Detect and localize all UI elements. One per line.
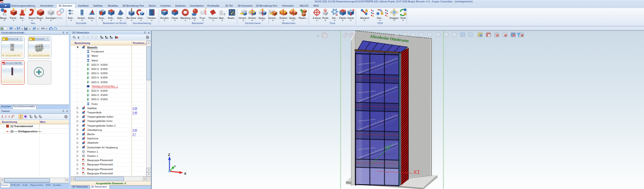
svg-text:Fläche: Fläche [339,16,346,19]
svg-text:ESG 6 : 6/16/6: ESG 6 : 6/16/6 [91,89,107,92]
svg-text:«: « [316,32,319,38]
svg-text:A.kreuz: A.kreuz [313,16,321,19]
svg-text:Stahlbau: Stahlbau [87,107,97,110]
svg-text:Tools: Tools [400,16,406,19]
svg-text:2.7: 2.7 [132,133,136,136]
svg-text:Abhä...: Abhä... [57,16,64,19]
svg-text:Deckschalen für Verglasung: Deckschalen für Verglasung [87,146,118,149]
svg-text:Fundament: Fundament [91,50,104,53]
svg-text:Treppengeländer Innen: Treppengeländer Innen [87,120,113,122]
svg-text:ESG 6 : 6/16/6: ESG 6 : 6/16/6 [91,98,107,101]
svg-text:Schr...: Schr... [68,16,74,19]
svg-text:Skal...: Skal... [219,16,225,19]
svg-text:Bearbeiten mit Skizze: Bearbeiten mit Skizze [103,21,126,24]
svg-text:Tools: Tools [330,21,335,24]
svg-text:Spieg...: Spieg... [258,16,266,19]
svg-text:Param...: Param... [298,16,307,19]
svg-text:Neu: Neu [31,21,35,24]
svg-text:Drehen: Drehen [280,16,288,19]
svg-text:Drehen: Drehen [248,16,256,19]
svg-text:Runden: Runden [160,16,169,19]
svg-text:Baugruppe Pfostenstoß: Baugruppe Pfostenstoß [87,159,113,162]
svg-text:ESG 6 : 6/15/6: ESG 6 : 6/15/6 [91,63,107,66]
svg-text:Position 1: Position 1 [87,155,98,157]
svg-text:Treppenläufe: Treppenläufe [87,111,101,114]
svg-text:ESG 6 : 6/15/6: ESG 6 : 6/15/6 [91,68,107,70]
svg-text:Punkt: Punkt [322,16,329,19]
svg-text:F.ver...: F.ver... [199,16,206,19]
svg-text:ESG 6 : 6/15/6: ESG 6 : 6/15/6 [91,76,107,79]
svg-text:Wandung: Wandung [180,16,190,19]
svg-text:X: X [184,172,186,175]
svg-text:Normbearbeitung: Normbearbeitung [132,21,151,24]
svg-text:Gew...: Gew... [138,16,144,19]
svg-text:Versch...: Versch... [77,16,87,19]
svg-text:Normteile: Normteile [76,21,86,24]
svg-text:Attr...: Attr... [332,16,338,19]
svg-text:X1: X1 [413,169,420,174]
svg-text:Bleche: Bleche [87,133,95,136]
svg-text:Z: Z [168,153,170,156]
svg-text:Überdachung: Überdachung [87,129,102,131]
svg-text:Wand: Wand [91,54,98,57]
svg-text:Anfü...: Anfü... [108,16,115,19]
svg-text:Defo...: Defo... [117,16,124,19]
svg-text:Draggen: Draggen [389,16,399,19]
svg-text:Baugruppe Pfostenstoß: Baugruppe Pfostenstoß [87,163,113,166]
svg-text:Bauseits: Bauseits [87,46,98,49]
svg-text:ESG 6 : 6/15/6: ESG 6 : 6/15/6 [91,72,107,75]
svg-text:ESG 6 : 6/16/6: ESG 6 : 6/16/6 [91,94,107,96]
svg-text:Spieg...: Spieg... [289,16,297,19]
svg-text:Transformieren: Transformieren [245,21,261,24]
svg-text:Wand: Wand [91,59,98,62]
svg-text:Versch...: Versch... [239,16,248,19]
svg-text:Transl...: Transl... [9,16,18,19]
svg-text:Versch...: Versch... [268,16,278,19]
svg-text:Treppengeländer Außen 2: Treppengeländer Außen 2 [87,124,116,127]
svg-text:Sonstiges: Sonstiges [46,16,57,19]
svg-text:Bearbeiten: Bearbeiten [192,21,204,24]
svg-text:Baugr...: Baugr... [0,16,8,19]
svg-text:Y1: Y1 [384,145,390,150]
svg-text:Fasen: Fasen [172,16,178,19]
svg-text:Trimmen: Trimmen [208,16,218,19]
svg-text:Glei...: Glei... [377,16,383,19]
svg-text:Position 1: Position 1 [87,150,98,153]
svg-text:Forex: Forex [91,103,98,105]
svg-text:3.26: 3.26 [132,107,137,110]
svg-text:Treppengeländer Außen: Treppengeländer Außen [87,115,114,118]
svg-text:Baugruppe Pfostenstoß: Baugruppe Pfostenstoß [87,168,113,171]
svg-text:Bearb...: Bearb... [228,16,236,19]
svg-text:Schw...: Schw... [88,16,96,19]
svg-text:Bo./Gew.: Bo./Gew. [127,16,137,19]
svg-text:Regel...: Regel... [36,16,45,19]
svg-text:Kante: Kante [347,16,354,19]
svg-text:Sweep: Sweep [28,16,36,19]
svg-text:Add...: Add... [191,16,198,19]
svg-text:Rot...: Rot... [20,16,25,19]
svg-text:Dachrinne: Dachrinne [87,137,99,140]
svg-text:Ausn...: Ausn... [99,16,106,19]
svg-text:Ablaufrohr: Ablaufrohr [87,141,99,144]
svg-text:3.30: 3.30 [132,129,137,131]
svg-text:Baugruppe Pfostenstoß: Baugruppe Pfostenstoß [87,172,113,175]
svg-text:TRANSLATIONSTEIL_1: TRANSLATIONSTEIL_1 [91,85,118,88]
svg-text:ESG 6 : 6/15/6: ESG 6 : 6/15/6 [91,81,107,84]
svg-text:Abstand: Abstand [360,16,369,19]
svg-text:HCM: HCM [377,21,383,24]
svg-text:Nocken: Nocken [148,16,156,19]
svg-text:3.46: 3.46 [132,111,137,114]
svg-text:Wiederholen: Wiederholen [282,21,296,24]
